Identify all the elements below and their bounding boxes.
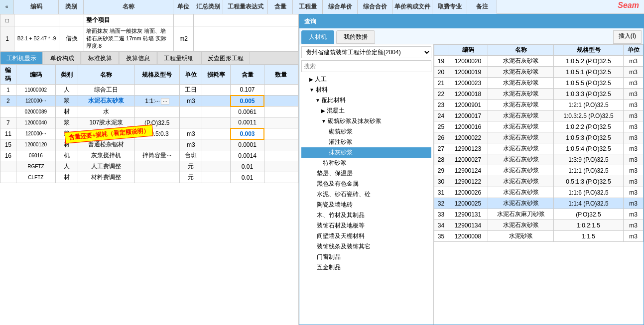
tree-item[interactable]: 砌筑砂浆 — [301, 126, 431, 137]
query-result-row[interactable]: 21 12000023 水泥石灰砂浆 1:0.5:5 (P.O)32.5 m3 — [434, 78, 644, 89]
query-result-row[interactable]: 34 12900134 水泥石灰砂浆 1:0.2:1.5 m3 — [434, 220, 644, 231]
collapse-button[interactable]: « — [0, 0, 14, 14]
query-result-row[interactable]: 27 12900123 水泥石灰砂浆 1:0.5:4 (P.O)32.5 m3 — [434, 143, 644, 154]
project-code — [14, 14, 59, 26]
query-result-row[interactable]: 29 12900124 水泥石灰砂浆 1:1:1 (P.O)32.5 m3 — [434, 165, 644, 176]
bt-spec: (P.O)32.5 — [134, 117, 180, 128]
tree-item[interactable]: 陶瓷及墙地砖 — [301, 200, 431, 210]
query-result-row[interactable]: 32 12000025 水泥石灰砂浆 1:1:4 (P.O)32.5 m3 — [434, 198, 644, 209]
qr-seq: 33 — [434, 209, 448, 220]
bh-id: 编码 — [0, 65, 16, 85]
tree-arrow: ▶ — [321, 108, 325, 113]
bottom-row[interactable]: 1 11000002 人 综合工日 工日 0.107 — [0, 85, 298, 96]
qr-code: 12000027 — [448, 154, 488, 165]
tree-item[interactable]: 五金制品 — [301, 262, 431, 273]
query-insert-button[interactable]: 插入(I) — [613, 30, 642, 44]
tree-item[interactable]: 门窗制品 — [301, 252, 431, 262]
query-result-row[interactable]: 31 12000026 水泥石灰砂浆 1:1:6 (P.O)32.5 m3 — [434, 187, 644, 198]
qr-code: 12000901 — [448, 100, 488, 110]
project-expand[interactable]: □ — [0, 14, 14, 26]
query-result-row[interactable]: 30 12900122 水泥石灰砂浆 0.5:1:3 (P.O)32.5 m3 — [434, 176, 644, 187]
query-result-row[interactable]: 23 12000901 水泥石灰砂浆 1:2:1 (P.O)32.5 m3 — [434, 100, 644, 110]
query-tab-mydata[interactable]: 我的数据 — [336, 30, 375, 44]
query-result-row[interactable]: 19 12000020 水泥石灰砂浆 1:0.5:2 (P.O)32.5 m3 — [434, 56, 644, 67]
tab-huansuan[interactable]: 换算信息 — [120, 52, 156, 64]
item-rest-1 — [194, 26, 298, 51]
query-result-row[interactable]: 28 12000027 水泥石灰砂浆 1:3:9 (P.O)32.5 m3 — [434, 154, 644, 165]
tab-gongchengliang[interactable]: 工程量明细 — [157, 52, 200, 64]
bt-loss — [202, 172, 231, 183]
top-header: « 编码 类别 名称 单位 汇总类别 工程量表达式 含量 工程量 综合单价 综合… — [0, 0, 644, 14]
bt-qty — [264, 161, 298, 172]
tree-label: 配比材料 — [322, 97, 346, 104]
bottom-row[interactable]: 7 12000040 浆 107胶水泥浆 (P.O)32.5 0.0011 — [0, 117, 298, 128]
qr-name: 水泥石灰砂浆 — [488, 89, 554, 100]
tab-biaozhun[interactable]: 标准换算 — [82, 52, 119, 64]
query-results-table: 编码 名称 规格型号 单位 19 12000020 水泥石灰砂浆 1:0.5:2… — [434, 44, 644, 242]
query-result-row[interactable]: 22 12000018 水泥石灰砂浆 1:0.3:3 (P.O)32.5 m3 — [434, 89, 644, 100]
tree-item[interactable]: ▶混凝土 — [301, 106, 431, 116]
bt-name: 综合工日 — [78, 85, 134, 96]
qr-unit: m3 — [624, 67, 644, 78]
bottom-table: 编码 编码 类别 名称 规格及型号 单位 损耗率 含量 数量 — [0, 65, 298, 183]
query-result-row[interactable]: 26 12000022 水泥石灰砂浆 1:0.5:3 (P.O)32.5 m3 — [434, 132, 644, 143]
bt-id — [0, 107, 16, 117]
tab-gongliaoji[interactable]: 工料机显示 — [0, 52, 43, 64]
query-result-row[interactable]: 33 12900131 水泥石灰麻刀砂浆 (P.O)32.5 m3 — [434, 209, 644, 220]
tab-danjia[interactable]: 单价构成 — [44, 52, 81, 64]
bottom-row[interactable]: 11 120000··· 浆 水泥石灰砂浆 1:0.5:0.3 m3 0.003 — [0, 128, 298, 139]
tree-arrow: ▼ — [315, 98, 320, 103]
bt-code: 12000040 — [16, 117, 55, 128]
bottom-row[interactable]: 15 12000120 材 普通松杂锯材 m3 0.0001 — [0, 139, 298, 150]
query-result-row[interactable]: 35 12000008 水泥砂浆 1:1.5 m3 — [434, 231, 644, 242]
query-search-input[interactable] — [301, 60, 431, 72]
qr-unit: m3 — [624, 143, 644, 154]
bh-spec: 规格及型号 — [134, 65, 180, 85]
tree-item[interactable]: 装饰石材及地板等 — [301, 220, 431, 231]
bh-qty: 数量 — [264, 65, 298, 85]
tree-item[interactable]: ▼配比材料 — [301, 95, 431, 106]
qr-spec: 1:1.5 — [554, 231, 624, 242]
tree-item[interactable]: ▼材料 — [301, 85, 431, 95]
tree-item[interactable]: 垫层、保温层 — [301, 168, 431, 179]
left-panel: □ 整个项目 1 B2-1 + B2-47 * -9 借换 墙 — [0, 14, 299, 325]
qr-spec: 1:2:1 (P.O)32.5 — [554, 100, 624, 110]
tree-item[interactable]: 黑色及有色金属 — [301, 179, 431, 189]
bt-content: 0.01 — [231, 172, 264, 183]
tree-item[interactable]: 木、竹材及其制品 — [301, 210, 431, 220]
item-unit-1: m2 — [174, 26, 194, 51]
bottom-row[interactable]: CLFTZ 材 材料费调整 元 0.01 — [0, 172, 298, 183]
query-result-row[interactable]: 25 12000016 水泥石灰砂浆 1:0.2:2 (P.O)32.5 m3 — [434, 121, 644, 132]
bottom-row[interactable]: RGFTZ 人 人工费调整 元 0.01 — [0, 161, 298, 172]
tree-item[interactable]: 水泥、砂石瓷砖、砼 — [301, 189, 431, 200]
tree-arrow: ▼ — [321, 118, 326, 124]
bottom-row[interactable]: 2 120000··· 浆 水泥石灰砂浆 1:1:······ m3 0.005 — [0, 96, 298, 107]
qr-spec: 1:3:9 (P.O)32.5 — [554, 154, 624, 165]
qr-seq: 28 — [434, 154, 448, 165]
bottom-row[interactable]: 16 06016 机 灰浆搅拌机 拌筒容量··· 台班 0.0014 — [0, 150, 298, 161]
bh-name: 名称 — [78, 65, 134, 85]
bottom-row[interactable]: 02000089 材 水 0.0061 — [0, 107, 298, 117]
tree-item[interactable]: ▶人工 — [301, 74, 431, 85]
bt-name: 普通松杂锯材 — [78, 139, 134, 150]
bt-qty — [264, 107, 298, 117]
query-result-row[interactable]: 20 12000019 水泥石灰砂浆 1:0.5:1 (P.O)32.5 m3 — [434, 67, 644, 78]
item-name-1: 墙面抹灰 墙面一般抹灰 墙面、墙裙石灰砂浆二遍 17mm 砖墙 实际厚度:8 — [84, 26, 174, 51]
qr-name: 水泥石灰砂浆 — [488, 78, 554, 89]
tree-item[interactable]: ▼砌筑砂浆及抹灰砂浆 — [301, 116, 431, 126]
tree-item[interactable]: 特种砂浆 — [301, 158, 431, 168]
tree-item[interactable]: 间壁墙及天棚材料 — [301, 231, 431, 241]
bt-code: 120000··· — [16, 96, 55, 107]
tree-item[interactable]: 抹灰砂浆 — [301, 147, 431, 158]
tree-item[interactable]: 灌注砂浆 — [301, 137, 431, 147]
tab-bar: 工料机显示 单价构成 标准换算 换算信息 工程量明细 反查图形工程 — [0, 52, 298, 65]
tree-item[interactable]: 装饰线条及装饰其它 — [301, 241, 431, 252]
query-result-row[interactable]: 24 12000017 水泥石灰砂浆 1:0.3:2.5 (P.O)32.5 m… — [434, 110, 644, 121]
query-dropdown[interactable]: 贵州省建筑装饰工程计价定额(2004) — [301, 46, 431, 58]
tree-label: 门窗制品 — [317, 253, 341, 260]
qr-name: 水泥石灰砂浆 — [488, 198, 554, 209]
tree-label: 装饰石材及地板等 — [317, 222, 365, 229]
query-tab-rencaiji[interactable]: 人材机 — [301, 30, 334, 44]
qr-seq: 19 — [434, 56, 448, 67]
tab-fancha[interactable]: 反查图形工程 — [201, 52, 250, 64]
